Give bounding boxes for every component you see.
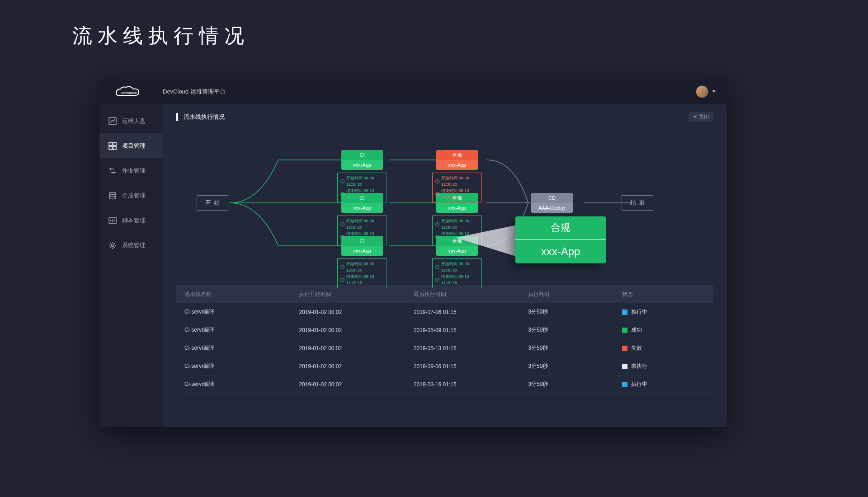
clock-icon (435, 235, 439, 239)
clock-icon (340, 222, 344, 226)
node-top: CI (341, 150, 383, 160)
sidebar: 运维大盘 项目管理 作业管理 介质管理 (99, 104, 163, 427)
page-title: 流水线执行情况 (0, 0, 868, 67)
close-icon: ✕ (693, 114, 697, 120)
cell-last: 2019-03-16 01:15 (414, 381, 528, 388)
clock-icon (435, 192, 439, 196)
jobs-icon (108, 167, 117, 175)
cell-last: 2019-05-09 01:15 (414, 327, 528, 333)
sidebar-item-label: 项目管理 (122, 142, 146, 150)
status-badge (622, 328, 627, 333)
svg-rect-2 (113, 142, 116, 145)
node-bot: xxx-App (436, 203, 478, 213)
svg-rect-4 (113, 146, 116, 150)
clock-icon (340, 192, 344, 196)
cell-last: 2019-09-06 01:15 (414, 363, 528, 370)
svg-rect-3 (109, 146, 112, 150)
col-dur: 执行耗时 (528, 291, 622, 298)
node-bot: xxx-App (341, 246, 383, 256)
grid-icon (108, 142, 117, 150)
code-icon (108, 216, 117, 225)
chart-icon (108, 117, 117, 125)
sidebar-item-dashboard[interactable]: 运维大盘 (99, 108, 163, 133)
cell-name: Ci-servr编译 (184, 308, 299, 316)
clock-icon (340, 278, 344, 282)
table-row[interactable]: Ci-servr编译2019-01-02 00:022019-05-09 01:… (176, 321, 713, 339)
node-bot: xxx-App (341, 160, 383, 170)
svg-point-5 (109, 192, 116, 194)
status-badge (622, 382, 627, 387)
node-top: 合规 (436, 150, 478, 160)
sidebar-item-jobs[interactable]: 作业管理 (99, 158, 163, 183)
callout-bot: xxx-App (515, 240, 606, 263)
avatar (696, 85, 708, 98)
sidebar-item-scripts[interactable]: 脚本管理 (99, 208, 163, 233)
close-label: 关闭 (699, 113, 709, 120)
svg-point-7 (111, 244, 114, 247)
chevron-down-icon (712, 90, 716, 93)
callout-top: 合规 (515, 216, 606, 240)
user-menu[interactable] (696, 85, 716, 98)
sidebar-item-system[interactable]: 系统管理 (99, 233, 163, 258)
status-badge (622, 346, 627, 351)
col-status: 状态 (622, 291, 705, 298)
panel-header: 流水线执行情况 ✕ 关闭 (176, 112, 713, 122)
sidebar-item-projects[interactable]: 项目管理 (99, 133, 163, 158)
node-ci-1[interactable]: CI xxx-App (341, 150, 383, 170)
table-row[interactable]: Ci-servr编译2019-01-02 00:022019-07-06 01:… (176, 303, 713, 321)
clock-icon (340, 235, 344, 239)
cell-name: Ci-servr编译 (184, 344, 299, 352)
cell-dur: 3分50秒 (528, 326, 622, 334)
cell-dur: 3分50秒 (528, 362, 622, 370)
cell-name: Ci-servr编译 (184, 362, 299, 370)
node-start[interactable]: 开始 (197, 195, 228, 211)
clock-icon (340, 265, 344, 269)
execution-table: 流水线名称 执行开始时间 最后执行时间 执行耗时 状态 Ci-servr编译20… (176, 285, 713, 394)
time-box: 开始时间:09-08 12:30:20 结束时间:09-10 11:20:18 (432, 173, 482, 202)
status-text: 执行中 (631, 380, 647, 388)
header-title: DevCloud 运维管理平台 (163, 88, 226, 96)
time-box: 开始时间:09-08 12:30:20 结束时间:09-10 11:20:18 (432, 258, 482, 288)
clock-icon (435, 265, 439, 269)
close-button[interactable]: ✕ 关闭 (689, 112, 713, 122)
pipeline-flow: 开始 结束 CI xxx-App CI xxx-App CI xxx-App (176, 131, 713, 280)
cell-last: 2019-07-06 01:15 (414, 309, 528, 315)
sidebar-item-label: 运维大盘 (122, 117, 146, 125)
table-row[interactable]: Ci-servr编译2019-01-02 00:022019-09-06 01:… (176, 357, 713, 375)
table-row[interactable]: Ci-servr编译2019-01-02 00:022019-03-16 01:… (176, 375, 713, 394)
logo: Automation (111, 84, 147, 99)
node-cd[interactable]: CD AAA-Deplay (531, 193, 573, 213)
table-row[interactable]: Ci-servr编译2019-01-02 00:022019-05-13 01:… (176, 339, 713, 357)
node-rule-1[interactable]: 合规 xxx-App (436, 150, 478, 170)
svg-rect-1 (109, 142, 112, 145)
node-bot: xxx-App (436, 160, 478, 170)
col-last: 最后执行时间 (414, 291, 528, 298)
main-panel: 流水线执行情况 ✕ 关闭 (163, 104, 727, 427)
cell-start: 2019-01-02 00:02 (299, 327, 413, 333)
node-label: 开始 (205, 199, 222, 207)
sidebar-item-label: 系统管理 (122, 241, 146, 249)
cell-status: 执行中 (622, 308, 705, 316)
status-badge (622, 364, 627, 369)
cell-status: 未执行 (622, 362, 705, 370)
cell-status: 失败 (622, 344, 705, 352)
cell-start: 2019-01-02 00:02 (299, 363, 413, 370)
clock-icon (435, 222, 439, 226)
node-end[interactable]: 结束 (622, 195, 653, 211)
sidebar-item-media[interactable]: 介质管理 (99, 183, 163, 208)
app-header: Automation DevCloud 运维管理平台 (99, 79, 727, 104)
node-top: CD (531, 193, 573, 203)
status-text: 执行中 (631, 308, 647, 316)
time-box: 开始时间:09-08 12:30:20 结束时间:09-10 11:20:18 (337, 216, 387, 245)
callout-zoom: 合规 xxx-App (515, 216, 606, 263)
sidebar-item-label: 作业管理 (122, 167, 146, 175)
node-bot: AAA-Deplay (531, 203, 573, 213)
sidebar-item-label: 介质管理 (122, 192, 146, 200)
cell-status: 执行中 (622, 380, 705, 388)
cell-dur: 3分50秒 (528, 380, 622, 388)
cell-status: 成功 (622, 326, 705, 334)
time-box: 开始时间:09-08 12:30:20 结束时间:09-10 11:20:18 (337, 173, 387, 202)
status-badge (622, 309, 627, 315)
cell-name: Ci-servr编译 (184, 380, 299, 388)
status-text: 未执行 (631, 362, 647, 370)
